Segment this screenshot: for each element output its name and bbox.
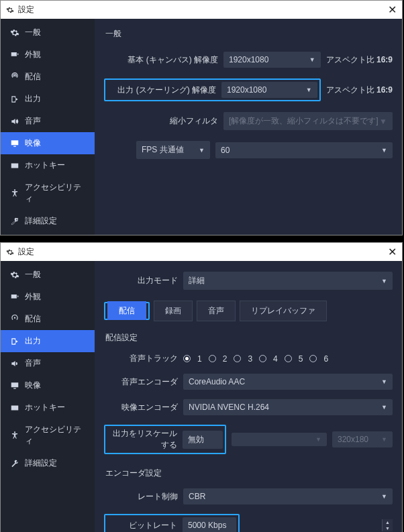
- sidebar-item-stream[interactable]: 配信: [1, 66, 95, 88]
- sidebar-item-hotkeys[interactable]: ホットキー: [1, 396, 95, 419]
- sidebar-item-general[interactable]: 一般: [1, 264, 95, 286]
- gear-icon: [6, 248, 14, 256]
- speaker-icon: [10, 117, 19, 126]
- filter-value: [解像度が一致、縮小フィルタは不要です]: [229, 115, 378, 127]
- track-radio-2[interactable]: [209, 355, 216, 362]
- rescale-value: 無効: [188, 434, 204, 445]
- chevron-down-icon: ▼: [379, 117, 387, 126]
- chevron-down-icon: ▼: [199, 147, 205, 154]
- output-icon: [10, 95, 19, 104]
- output-mode-select[interactable]: 詳細 ▼: [183, 272, 393, 290]
- base-resolution-label: 基本 (キャンバス) 解像度: [104, 54, 218, 66]
- track-num: 1: [197, 354, 202, 364]
- main-panel-output: 出力モード 詳細 ▼ 配信 録画 音声 リプレイバッファ 配信設定 音声トラック…: [95, 261, 402, 532]
- sidebar-label: 一般: [25, 269, 41, 280]
- antenna-icon: [10, 315, 19, 324]
- tab-record[interactable]: 録画: [154, 301, 193, 321]
- sidebar-label: 配信: [25, 313, 41, 325]
- encoder-settings-title: エンコーダ設定: [105, 468, 393, 479]
- sidebar-item-hotkeys[interactable]: ホットキー: [1, 154, 95, 176]
- aspect-value: 16:9: [376, 55, 393, 64]
- video-encoder-select[interactable]: NVIDIA NVENC H.264 ▼: [183, 399, 393, 415]
- bitrate-spinner[interactable]: ▲▼: [382, 519, 393, 531]
- sidebar-label: 詳細設定: [25, 215, 57, 227]
- stream-settings-title: 配信設定: [105, 332, 393, 343]
- chevron-down-icon: ▼: [381, 436, 387, 443]
- sidebar-label: 一般: [25, 27, 41, 38]
- track-num: 3: [248, 354, 252, 364]
- sidebar-label: 出力: [25, 93, 41, 105]
- track-radio-6[interactable]: [309, 355, 317, 362]
- sidebar-item-video[interactable]: 映像: [1, 132, 95, 154]
- audio-track-radios: 1 2 3 4 5 6: [183, 354, 328, 364]
- fps-mode-value: FPS 共通値: [142, 144, 184, 156]
- sidebar-item-audio[interactable]: 音声: [1, 110, 95, 132]
- fps-value-select[interactable]: 60 ▼: [215, 142, 393, 158]
- chevron-down-icon: ▼: [381, 404, 387, 411]
- close-button[interactable]: ✕: [388, 3, 397, 16]
- aspect-value: 16:9: [376, 85, 393, 95]
- aspect-label: アスペクト比: [326, 85, 376, 95]
- rescale-res-value: 320x180: [338, 435, 368, 444]
- sidebar-item-audio[interactable]: 音声: [1, 352, 95, 374]
- sidebar-item-output[interactable]: 出力: [1, 88, 95, 110]
- sidebar-item-advanced[interactable]: 詳細設定: [1, 452, 95, 474]
- output-resolution-label: 出力 (スケーリング) 解像度: [107, 85, 216, 96]
- titlebar: 設定 ✕: [1, 243, 402, 261]
- rate-control-select[interactable]: CBR ▼: [183, 488, 393, 504]
- track-radio-3[interactable]: [234, 355, 241, 362]
- aspect-label: アスペクト比: [326, 55, 376, 64]
- base-resolution-select[interactable]: 1920x1080 ▼: [223, 52, 321, 68]
- sidebar-item-advanced[interactable]: 詳細設定: [1, 210, 95, 232]
- audio-track-label: 音声トラック: [104, 353, 178, 364]
- tab-audio[interactable]: 音声: [197, 301, 236, 321]
- chevron-up-icon[interactable]: ▲: [383, 519, 393, 525]
- filter-select: [解像度が一致、縮小フィルタは不要です] ▼: [223, 112, 393, 130]
- audio-encoder-select[interactable]: CoreAudio AAC ▼: [183, 374, 393, 390]
- sidebar-label: 配信: [25, 71, 41, 83]
- rate-control-value: CBR: [189, 492, 205, 501]
- gear-icon: [6, 6, 14, 14]
- sidebar-item-accessibility[interactable]: アクセシビリティ: [1, 419, 95, 452]
- rescale-select[interactable]: 無効: [183, 431, 223, 449]
- track-radio-4[interactable]: [259, 355, 266, 362]
- close-button[interactable]: ✕: [388, 246, 397, 258]
- output-icon: [10, 337, 19, 346]
- section-title: 一般: [105, 28, 393, 40]
- accessibility-icon: [10, 189, 19, 198]
- sidebar-item-video[interactable]: 映像: [1, 374, 95, 396]
- sidebar-label: ホットキー: [25, 160, 65, 171]
- bitrate-label: ビットレート: [107, 520, 177, 531]
- chevron-down-icon: ▼: [381, 278, 387, 284]
- antenna-icon: [10, 72, 19, 82]
- tab-replay[interactable]: リプレイバッファ: [240, 301, 327, 321]
- track-num: 2: [223, 354, 228, 364]
- chevron-down-icon: ▼: [381, 147, 387, 154]
- chevron-down-icon: ▼: [306, 87, 312, 93]
- sidebar-item-appearance[interactable]: 外観: [1, 44, 95, 66]
- track-radio-5[interactable]: [285, 355, 292, 362]
- gear-icon: [10, 270, 19, 280]
- appearance-icon: [10, 50, 19, 60]
- rescale-res-select: 320x180 ▼: [332, 431, 393, 447]
- sidebar-item-stream[interactable]: 配信: [1, 308, 95, 330]
- sidebar-item-output[interactable]: 出力: [1, 330, 95, 352]
- track-num: 5: [299, 354, 303, 364]
- bitrate-value: 5000 Kbps: [188, 521, 226, 530]
- sidebar-label: アクセシビリティ: [25, 182, 85, 205]
- main-panel-video: 一般 基本 (キャンバス) 解像度 1920x1080 ▼ アスペクト比 16:…: [95, 19, 402, 235]
- window-title: 設定: [18, 246, 34, 258]
- bitrate-input[interactable]: 5000 Kbps: [183, 517, 236, 532]
- tools-icon: [10, 217, 19, 226]
- sidebar-label: 出力: [25, 335, 41, 347]
- keyboard-icon: [10, 161, 19, 170]
- tab-stream[interactable]: 配信: [107, 301, 146, 320]
- sidebar-item-appearance[interactable]: 外観: [1, 286, 95, 308]
- output-resolution-select[interactable]: 1920x1080 ▼: [221, 82, 317, 98]
- sidebar-item-general[interactable]: 一般: [1, 21, 95, 44]
- fps-mode-select[interactable]: FPS 共通値 ▼: [136, 141, 210, 159]
- chevron-down-icon[interactable]: ▼: [383, 525, 393, 531]
- sidebar-item-accessibility[interactable]: アクセシビリティ: [1, 176, 95, 210]
- monitor-icon: [10, 381, 19, 390]
- track-radio-1[interactable]: [183, 355, 191, 362]
